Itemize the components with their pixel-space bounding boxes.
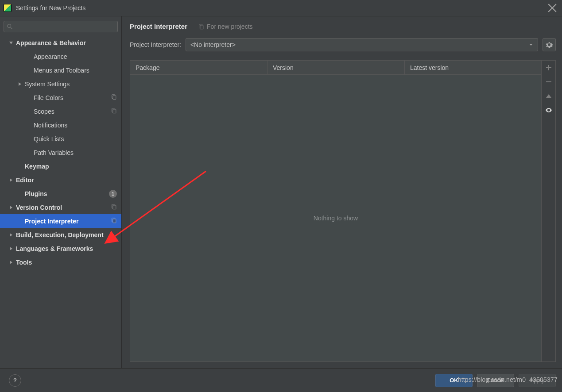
copy-icon xyxy=(111,94,117,101)
sidebar-item-plugins[interactable]: Plugins1 xyxy=(0,187,121,200)
sidebar-item-editor[interactable]: Editor xyxy=(0,173,121,187)
sidebar-item-label: Tools xyxy=(16,259,117,266)
help-button[interactable]: ? xyxy=(9,374,21,387)
svg-point-12 xyxy=(548,110,549,111)
interpreter-row: Project Interpreter: <No interpreter> xyxy=(130,38,556,51)
ok-button[interactable]: OK xyxy=(435,374,473,387)
interpreter-settings-button[interactable] xyxy=(543,38,556,51)
col-latest-version[interactable]: Latest version xyxy=(405,61,541,75)
sidebar-item-menus-and-toolbars[interactable]: Menus and Toolbars xyxy=(0,63,121,77)
sidebar: Appearance & BehaviorAppearanceMenus and… xyxy=(0,16,122,368)
sidebar-item-build-execution-deployment[interactable]: Build, Execution, Deployment xyxy=(0,228,121,242)
packages-table-area: Package Version Latest version Nothing t… xyxy=(130,60,556,362)
sidebar-item-label: Editor xyxy=(16,177,117,184)
packages-table: Package Version Latest version Nothing t… xyxy=(130,61,541,361)
sidebar-item-label: Version Control xyxy=(16,204,111,211)
sidebar-item-label: Appearance & Behavior xyxy=(16,39,117,46)
chevron-down-icon xyxy=(529,41,533,48)
sidebar-item-appearance[interactable]: Appearance xyxy=(0,50,121,63)
svg-line-1 xyxy=(11,27,12,29)
sidebar-item-label: Keymap xyxy=(25,163,117,170)
svg-rect-11 xyxy=(200,25,203,29)
table-header: Package Version Latest version xyxy=(130,61,541,75)
minus-icon xyxy=(545,78,552,85)
empty-text: Nothing to show xyxy=(314,215,358,222)
copy-icon xyxy=(111,204,117,211)
sidebar-item-label: Build, Execution, Deployment xyxy=(16,231,117,238)
settings-tree: Appearance & BehaviorAppearanceMenus and… xyxy=(0,36,121,368)
svg-rect-5 xyxy=(113,109,116,113)
sidebar-item-appearance-behavior[interactable]: Appearance & Behavior xyxy=(0,36,121,50)
sidebar-item-system-settings[interactable]: System Settings xyxy=(0,77,121,91)
chevron-right-icon xyxy=(8,177,14,183)
sidebar-item-label: Path Variables xyxy=(34,149,117,156)
sidebar-item-label: Quick Lists xyxy=(34,135,117,142)
sidebar-item-version-control[interactable]: Version Control xyxy=(0,200,121,214)
interpreter-combobox[interactable]: <No interpreter> xyxy=(186,38,538,51)
sidebar-item-project-interpreter[interactable]: Project Interpreter xyxy=(0,214,121,228)
chevron-right-icon xyxy=(8,246,14,252)
search-icon xyxy=(7,23,13,30)
sidebar-item-keymap[interactable]: Keymap xyxy=(0,159,121,173)
footer: ? OK Cancel Apply xyxy=(0,368,562,392)
search-wrap xyxy=(0,16,121,36)
sidebar-item-scopes[interactable]: Scopes xyxy=(0,104,121,118)
main-panel: Project Interpreter For new projects Pro… xyxy=(122,16,562,368)
cancel-button[interactable]: Cancel xyxy=(477,374,514,387)
search-input[interactable] xyxy=(15,23,115,30)
col-package[interactable]: Package xyxy=(130,61,267,75)
copy-icon xyxy=(111,217,117,225)
sidebar-item-notifications[interactable]: Notifications xyxy=(0,118,121,132)
chevron-down-icon xyxy=(8,40,14,46)
page-subtitle: For new projects xyxy=(198,23,252,30)
copy-icon xyxy=(198,23,204,30)
sidebar-item-label: Project Interpreter xyxy=(25,218,111,225)
chevron-right-icon xyxy=(8,259,14,265)
show-early-releases-button[interactable] xyxy=(542,103,556,117)
sidebar-item-tools[interactable]: Tools xyxy=(0,255,121,269)
window-title: Settings for New Projects xyxy=(16,4,85,12)
sidebar-item-quick-lists[interactable]: Quick Lists xyxy=(0,132,121,146)
sidebar-item-label: System Settings xyxy=(25,81,117,88)
page-title: Project Interpreter xyxy=(130,23,187,30)
sidebar-item-label: Plugins xyxy=(25,190,109,197)
svg-point-0 xyxy=(8,24,11,28)
page-subtitle-text: For new projects xyxy=(207,23,252,30)
chevron-right-icon xyxy=(17,81,23,87)
col-version[interactable]: Version xyxy=(267,61,405,75)
interpreter-value: <No interpreter> xyxy=(190,41,529,48)
sidebar-item-label: Menus and Toolbars xyxy=(34,67,117,74)
body: Appearance & BehaviorAppearanceMenus and… xyxy=(0,16,562,368)
title-bar: Settings for New Projects xyxy=(0,0,562,16)
sidebar-item-label: Appearance xyxy=(34,53,117,60)
sidebar-item-label: Scopes xyxy=(34,108,111,115)
svg-rect-3 xyxy=(113,96,116,100)
breadcrumb: Project Interpreter For new projects xyxy=(130,23,556,30)
sidebar-item-file-colors[interactable]: File Colors xyxy=(0,91,121,104)
eye-icon xyxy=(545,107,552,114)
sidebar-item-label: File Colors xyxy=(34,94,111,101)
interpreter-label: Project Interpreter: xyxy=(130,41,181,48)
copy-icon xyxy=(111,108,117,115)
upgrade-package-button[interactable] xyxy=(542,89,556,103)
add-package-button[interactable] xyxy=(542,61,556,75)
chevron-right-icon xyxy=(8,204,14,211)
sidebar-item-languages-frameworks[interactable]: Languages & Frameworks xyxy=(0,242,121,255)
search-box[interactable] xyxy=(4,21,118,32)
close-button[interactable] xyxy=(546,2,558,14)
app-icon xyxy=(4,4,12,12)
plus-icon xyxy=(545,64,552,71)
badge: 1 xyxy=(109,190,117,198)
svg-rect-9 xyxy=(113,219,116,223)
package-actions xyxy=(541,61,555,361)
svg-rect-7 xyxy=(113,205,116,209)
sidebar-item-path-variables[interactable]: Path Variables xyxy=(0,146,121,159)
table-body-empty: Nothing to show xyxy=(130,75,541,361)
remove-package-button[interactable] xyxy=(542,75,556,89)
apply-button[interactable]: Apply xyxy=(519,374,556,387)
sidebar-item-label: Languages & Frameworks xyxy=(16,245,117,252)
gear-icon xyxy=(546,41,553,48)
sidebar-item-label: Notifications xyxy=(34,122,117,129)
triangle-up-icon xyxy=(545,92,552,100)
close-icon xyxy=(546,2,558,14)
